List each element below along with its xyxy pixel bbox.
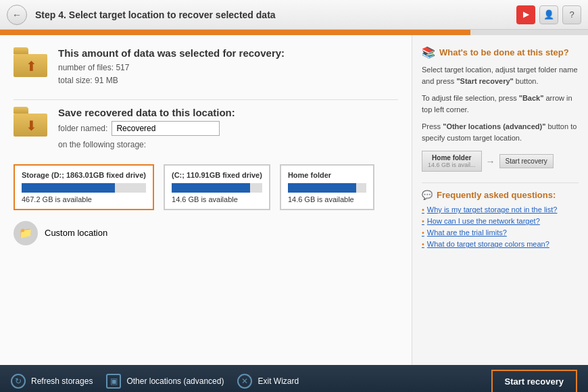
faq-icon: 💬 [422, 190, 433, 200]
mini-start-button[interactable]: Start recovery [499, 154, 554, 168]
storage-card-c[interactable]: (C:; 110.91GB fixed drive) 14.6 GB is av… [164, 164, 270, 210]
recovery-files-detail: number of files: 517 total size: 91 MB [58, 62, 398, 87]
right-panel: 📚 What's to be done at this step? Select… [412, 35, 588, 365]
whats-done-para2: To adjust file selection, press "Back" a… [422, 93, 579, 116]
book-icon: 📚 [422, 46, 435, 59]
youtube-button[interactable]: ▶ [516, 5, 535, 24]
back-button[interactable]: ← [7, 5, 27, 25]
header-icons: ▶ 👤 ? [516, 5, 581, 24]
save-location-title: Save recovered data to this location: [58, 107, 398, 118]
storage-card-home-title: Home folder [288, 171, 366, 179]
refresh-label: Refresh storages [31, 376, 93, 386]
storage-card-d-title: Storage (D:; 1863.01GB fixed drive) [22, 171, 146, 179]
mini-action-row: Home folder 14.6 GB is avail... → Start … [422, 151, 579, 172]
other-locations-icon: ▣ [106, 374, 121, 389]
faq-list: Why is my target storage not in the list… [422, 205, 579, 248]
save-location-content: Save recovered data to this location: fo… [58, 107, 398, 151]
storage-home-available: 14.6 GB is available [288, 195, 366, 203]
storage-card-c-title: (C:; 110.91GB fixed drive) [172, 171, 262, 179]
storage-bar-home-bg [288, 183, 366, 193]
whats-done-para3: Press "Other locations (advanced)" butto… [422, 121, 579, 144]
mini-folder-sub: 14.6 GB is avail... [428, 162, 476, 168]
account-button[interactable]: 👤 [539, 5, 558, 24]
storage-d-available: 467.2 GB is available [22, 195, 146, 203]
whats-done-para1: Select target location, adjust target fo… [422, 64, 579, 87]
exit-wizard-button[interactable]: ✕ Exit Wizard [237, 374, 299, 389]
section-divider [14, 99, 398, 100]
mini-folder-label: Home folder [428, 154, 476, 162]
download-folder-icon: ⬇ [14, 107, 49, 137]
storage-c-available: 14.6 GB is available [172, 195, 262, 203]
storage-card-home[interactable]: Home folder 14.6 GB is available [280, 164, 374, 210]
faq-item-3[interactable]: What are the trial limits? [422, 228, 579, 237]
storage-grid: Storage (D:; 1863.01GB fixed drive) 467.… [14, 164, 398, 210]
help-button[interactable]: ? [562, 5, 581, 24]
header: ← Step 4. Select target location to reco… [0, 0, 588, 30]
storage-bar-c-fill [172, 183, 250, 193]
main-content: ⬆ This amount of data was selected for r… [0, 35, 588, 365]
left-panel: ⬆ This amount of data was selected for r… [0, 35, 412, 365]
other-label: Other locations (advanced) [126, 376, 224, 386]
save-location-section: ⬇ Save recovered data to this location: … [14, 107, 398, 151]
right-divider [422, 182, 579, 183]
exit-label: Exit Wizard [258, 376, 299, 386]
storage-label: on the following storage: [58, 139, 398, 151]
custom-location-btn[interactable]: 📁 Custom location [14, 221, 398, 245]
faq-item-2[interactable]: How can I use the network target? [422, 217, 579, 225]
storage-bar-home-fill [288, 183, 356, 193]
progress-bar-area [0, 30, 588, 35]
progress-fill [0, 30, 470, 35]
folder-name-row: folder named: [58, 121, 398, 136]
faq-item-1[interactable]: Why is my target storage not in the list… [422, 205, 579, 214]
storage-bar-c-bg [172, 183, 262, 193]
refresh-icon: ↻ [11, 374, 26, 389]
refresh-storages-button[interactable]: ↻ Refresh storages [11, 374, 93, 389]
header-title: Step 4. Select target location to recove… [35, 9, 516, 20]
storage-card-d[interactable]: Storage (D:; 1863.01GB fixed drive) 467.… [14, 164, 154, 210]
recovery-info-title: This amount of data was selected for rec… [58, 47, 398, 59]
start-recovery-button[interactable]: Start recovery [491, 370, 577, 393]
faq-title: 💬 Frequently asked questions: [422, 190, 579, 200]
recovery-info-section: ⬆ This amount of data was selected for r… [14, 47, 398, 87]
footer: ↻ Refresh storages ▣ Other locations (ad… [0, 365, 588, 392]
mini-folder-button[interactable]: Home folder 14.6 GB is avail... [422, 151, 482, 172]
upload-folder-icon: ⬆ [14, 47, 49, 77]
exit-icon: ✕ [237, 374, 252, 389]
custom-location-icon: 📁 [14, 221, 38, 245]
storage-bar-d-fill [22, 183, 115, 193]
storage-bar-d-bg [22, 183, 146, 193]
whats-done-title: 📚 What's to be done at this step? [422, 46, 579, 59]
mini-arrow-icon: → [486, 156, 495, 167]
custom-location-label: Custom location [45, 228, 107, 238]
folder-name-label: folder named: [58, 124, 107, 133]
recovery-info-content: This amount of data was selected for rec… [58, 47, 398, 87]
faq-item-4[interactable]: What do target storage colors mean? [422, 240, 579, 248]
other-locations-button[interactable]: ▣ Other locations (advanced) [106, 374, 224, 389]
folder-name-input[interactable] [112, 121, 220, 136]
